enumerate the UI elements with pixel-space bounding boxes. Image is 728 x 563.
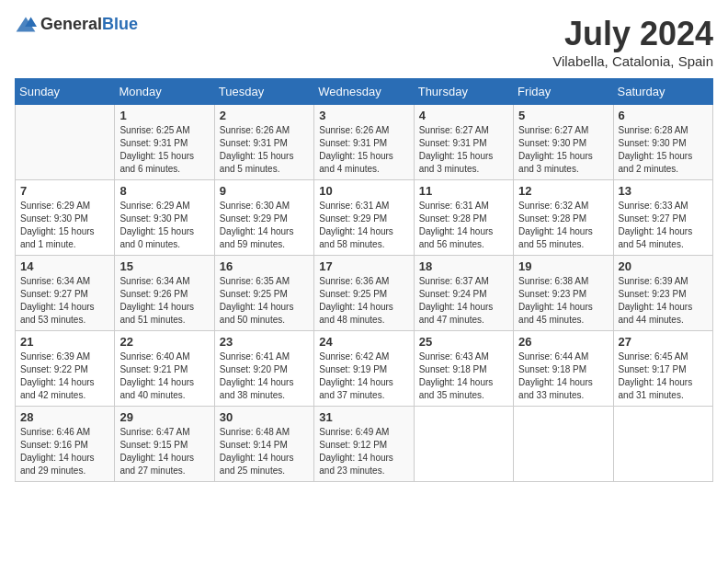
calendar-week-row: 14Sunrise: 6:34 AMSunset: 9:27 PMDayligh… [16, 256, 713, 331]
calendar-cell: 6Sunrise: 6:28 AMSunset: 9:30 PMDaylight… [613, 105, 712, 180]
daylight-label: Daylight: 14 hours and 55 minutes. [518, 226, 593, 249]
sunrise-label: Sunrise: 6:27 AM [518, 125, 588, 135]
daylight-label: Daylight: 14 hours and 40 minutes. [119, 377, 194, 400]
daylight-label: Daylight: 14 hours and 58 minutes. [319, 226, 393, 249]
daylight-label: Daylight: 14 hours and 37 minutes. [319, 377, 393, 400]
calendar-week-row: 7Sunrise: 6:29 AMSunset: 9:30 PMDaylight… [16, 180, 713, 256]
day-number: 26 [518, 335, 608, 349]
sunrise-label: Sunrise: 6:49 AM [319, 427, 389, 437]
daylight-label: Daylight: 14 hours and 56 minutes. [419, 226, 494, 249]
day-info: Sunrise: 6:32 AMSunset: 9:28 PMDaylight:… [518, 200, 608, 251]
calendar-cell: 13Sunrise: 6:33 AMSunset: 9:27 PMDayligh… [613, 180, 712, 256]
calendar-cell: 19Sunrise: 6:38 AMSunset: 9:23 PMDayligh… [514, 256, 613, 331]
sunrise-label: Sunrise: 6:45 AM [619, 351, 688, 362]
month-title: July 2024 [552, 15, 713, 53]
weekday-header-monday: Monday [115, 79, 214, 105]
day-info: Sunrise: 6:39 AMSunset: 9:22 PMDaylight:… [20, 350, 109, 402]
weekday-header-row: SundayMondayTuesdayWednesdayThursdayFrid… [16, 79, 713, 105]
calendar-cell: 21Sunrise: 6:39 AMSunset: 9:22 PMDayligh… [16, 331, 115, 407]
calendar-cell: 10Sunrise: 6:31 AMSunset: 9:29 PMDayligh… [314, 180, 414, 256]
sunset-label: Sunset: 9:14 PM [220, 440, 288, 450]
calendar-cell: 16Sunrise: 6:35 AMSunset: 9:25 PMDayligh… [214, 256, 313, 331]
sunset-label: Sunset: 9:31 PM [319, 138, 387, 148]
day-number: 1 [119, 109, 209, 122]
daylight-label: Daylight: 14 hours and 45 minutes. [518, 302, 593, 325]
daylight-label: Daylight: 15 hours and 1 minute. [20, 226, 95, 249]
sunrise-label: Sunrise: 6:27 AM [419, 125, 489, 135]
sunrise-label: Sunrise: 6:37 AM [419, 276, 489, 286]
sunrise-label: Sunrise: 6:29 AM [119, 201, 189, 211]
daylight-label: Daylight: 14 hours and 35 minutes. [419, 377, 494, 400]
daylight-label: Daylight: 14 hours and 51 minutes. [119, 302, 194, 325]
sunset-label: Sunset: 9:26 PM [119, 289, 188, 299]
calendar-cell: 5Sunrise: 6:27 AMSunset: 9:30 PMDaylight… [514, 105, 613, 180]
sunset-label: Sunset: 9:28 PM [518, 213, 586, 224]
sunrise-label: Sunrise: 6:28 AM [619, 125, 688, 135]
day-number: 14 [20, 259, 109, 273]
sunset-label: Sunset: 9:30 PM [119, 213, 188, 224]
day-number: 16 [220, 259, 309, 273]
daylight-label: Daylight: 15 hours and 2 minutes. [619, 151, 693, 174]
day-info: Sunrise: 6:27 AMSunset: 9:31 PMDaylight:… [419, 124, 508, 176]
sunrise-label: Sunrise: 6:38 AM [518, 276, 588, 286]
sunset-label: Sunset: 9:25 PM [220, 289, 288, 299]
day-number: 10 [319, 184, 408, 198]
sunrise-label: Sunrise: 6:44 AM [518, 351, 588, 362]
calendar-cell: 9Sunrise: 6:30 AMSunset: 9:29 PMDaylight… [214, 180, 313, 256]
sunrise-label: Sunrise: 6:30 AM [220, 201, 290, 211]
day-number: 21 [20, 335, 109, 349]
calendar-cell: 14Sunrise: 6:34 AMSunset: 9:27 PMDayligh… [16, 256, 115, 331]
day-info: Sunrise: 6:34 AMSunset: 9:27 PMDaylight:… [20, 275, 109, 327]
calendar-cell: 29Sunrise: 6:47 AMSunset: 9:15 PMDayligh… [115, 407, 214, 482]
day-number: 19 [518, 259, 608, 273]
title-block: July 2024 Vilabella, Catalonia, Spain [552, 15, 713, 69]
daylight-label: Daylight: 14 hours and 25 minutes. [220, 453, 294, 476]
sunset-label: Sunset: 9:24 PM [419, 289, 487, 299]
calendar-cell: 27Sunrise: 6:45 AMSunset: 9:17 PMDayligh… [613, 331, 712, 407]
day-number: 20 [619, 259, 708, 273]
day-info: Sunrise: 6:40 AMSunset: 9:21 PMDaylight:… [119, 350, 209, 402]
daylight-label: Daylight: 14 hours and 59 minutes. [220, 226, 294, 249]
sunset-label: Sunset: 9:27 PM [619, 213, 687, 224]
sunrise-label: Sunrise: 6:35 AM [220, 276, 290, 286]
day-number: 13 [619, 184, 708, 198]
day-number: 22 [119, 335, 209, 349]
day-info: Sunrise: 6:26 AMSunset: 9:31 PMDaylight:… [319, 124, 408, 176]
weekday-header-sunday: Sunday [16, 79, 115, 105]
calendar-cell: 1Sunrise: 6:25 AMSunset: 9:31 PMDaylight… [115, 105, 214, 180]
sunset-label: Sunset: 9:23 PM [619, 289, 687, 299]
sunrise-label: Sunrise: 6:41 AM [220, 351, 290, 362]
sunrise-label: Sunrise: 6:43 AM [419, 351, 489, 362]
sunset-label: Sunset: 9:30 PM [518, 138, 586, 148]
daylight-label: Daylight: 14 hours and 44 minutes. [619, 302, 693, 325]
day-number: 3 [319, 109, 408, 122]
day-number: 9 [220, 184, 309, 198]
day-number: 25 [419, 335, 508, 349]
sunrise-label: Sunrise: 6:48 AM [220, 427, 290, 437]
day-number: 27 [619, 335, 708, 349]
day-number: 30 [220, 410, 309, 424]
weekday-header-tuesday: Tuesday [214, 79, 313, 105]
day-info: Sunrise: 6:26 AMSunset: 9:31 PMDaylight:… [220, 124, 309, 176]
sunrise-label: Sunrise: 6:32 AM [518, 201, 588, 211]
daylight-label: Daylight: 14 hours and 54 minutes. [619, 226, 693, 249]
day-info: Sunrise: 6:39 AMSunset: 9:23 PMDaylight:… [619, 275, 708, 327]
sunrise-label: Sunrise: 6:25 AM [119, 125, 189, 135]
day-number: 24 [319, 335, 408, 349]
day-number: 15 [119, 259, 209, 273]
logo-text: GeneralBlue [40, 15, 138, 34]
day-info: Sunrise: 6:28 AMSunset: 9:30 PMDaylight:… [619, 124, 708, 176]
weekday-header-wednesday: Wednesday [314, 79, 414, 105]
day-number: 18 [419, 259, 508, 273]
calendar-cell: 23Sunrise: 6:41 AMSunset: 9:20 PMDayligh… [214, 331, 313, 407]
sunrise-label: Sunrise: 6:31 AM [319, 201, 389, 211]
calendar-week-row: 28Sunrise: 6:46 AMSunset: 9:16 PMDayligh… [16, 407, 713, 482]
calendar-cell: 17Sunrise: 6:36 AMSunset: 9:25 PMDayligh… [314, 256, 414, 331]
sunrise-label: Sunrise: 6:29 AM [20, 201, 90, 211]
day-number: 11 [419, 184, 508, 198]
daylight-label: Daylight: 15 hours and 4 minutes. [319, 151, 393, 174]
weekday-header-friday: Friday [514, 79, 613, 105]
sunset-label: Sunset: 9:25 PM [319, 289, 387, 299]
sunset-label: Sunset: 9:16 PM [20, 440, 88, 450]
sunset-label: Sunset: 9:17 PM [619, 364, 687, 374]
